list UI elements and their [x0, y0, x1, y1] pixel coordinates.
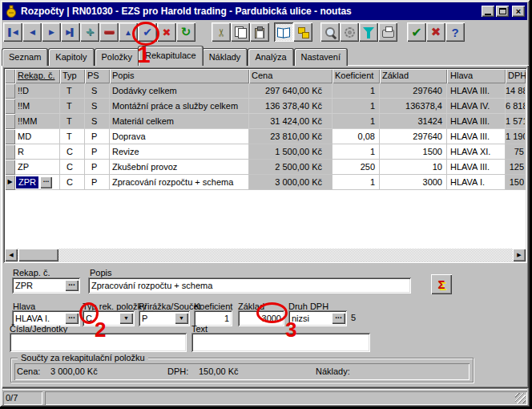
cell-popis[interactable]: Zpracování rozpočtu + schema: [110, 175, 249, 190]
cell-ps[interactable]: P: [85, 160, 110, 175]
tab-seznam[interactable]: Seznam: [2, 48, 48, 66]
search-button[interactable]: [320, 22, 340, 42]
cell-typ[interactable]: C: [60, 160, 85, 175]
filter-button[interactable]: [359, 22, 378, 42]
cell-dph[interactable]: 150: [506, 175, 526, 190]
prirazka-value[interactable]: P: [142, 311, 175, 326]
table-row[interactable]: R C P Revize 1 500,00 Kč 1 1500 HLAVA XI…: [5, 144, 526, 160]
tab-analyza[interactable]: Analýza: [248, 48, 293, 66]
cell-popis[interactable]: Zkušební provoz: [110, 160, 249, 175]
typ-dropdown-icon[interactable]: ▼: [119, 313, 133, 324]
cell-rekap[interactable]: ZP: [15, 160, 60, 175]
header-ps[interactable]: PS: [85, 69, 110, 83]
cell-hlava[interactable]: HLAVA III.: [447, 160, 506, 175]
cell-zaklad[interactable]: 3000: [380, 175, 447, 190]
prirazka-combobox[interactable]: P ▼: [139, 310, 190, 326]
rekap-value[interactable]: ZPR: [15, 278, 65, 293]
horizontal-scrollbar[interactable]: ◀ ▶: [5, 249, 526, 261]
scroll-right-button[interactable]: ▶: [513, 249, 526, 261]
refresh-button[interactable]: ↻: [176, 22, 195, 42]
row-selector[interactable]: [5, 144, 15, 160]
cell-dph[interactable]: 125: [506, 160, 526, 175]
table-row[interactable]: !!MM T S Materiál celkem 31 424,00 Kč 1 …: [5, 114, 526, 129]
table-row[interactable]: !!D T S Dodávky celkem 297 640,00 Kč 1 2…: [5, 83, 526, 99]
cell-rekap[interactable]: !!M: [15, 99, 60, 114]
cell-zaklad[interactable]: 297640: [380, 129, 447, 144]
cell-hlava[interactable]: HLAVA XI.: [447, 144, 506, 160]
last-record-button[interactable]: ▶▌: [61, 22, 80, 42]
cell-typ[interactable]: T: [60, 99, 85, 114]
cell-zaklad[interactable]: 297640: [380, 83, 447, 99]
tab-naklady[interactable]: Náklady: [202, 48, 248, 66]
cell-typ[interactable]: T: [60, 83, 85, 99]
copy-button[interactable]: [231, 22, 250, 42]
cell-ps[interactable]: P: [85, 129, 110, 144]
row-selector[interactable]: [5, 99, 15, 114]
cell-dph[interactable]: 14 882: [506, 83, 526, 99]
cell-cena[interactable]: 297 640,00 Kč: [249, 83, 332, 99]
cut-button[interactable]: ✂: [212, 22, 231, 42]
cell-rekap[interactable]: !!D: [15, 83, 60, 99]
browse-book-button[interactable]: [274, 22, 293, 42]
cell-koeficient[interactable]: 1: [332, 99, 380, 114]
cancel-edit-button[interactable]: ✖: [157, 22, 176, 42]
print-button[interactable]: [378, 22, 397, 42]
table-row[interactable]: !!M T S Montážní práce a služby celkem 1…: [5, 99, 526, 114]
prirazka-dropdown-icon[interactable]: ▼: [175, 313, 188, 324]
cell-ps[interactable]: S: [85, 114, 110, 129]
druh-dph-lookup-button[interactable]: ...: [332, 313, 345, 324]
cell-typ[interactable]: T: [60, 129, 85, 144]
druh-dph-field[interactable]: nizsi ...: [288, 310, 347, 326]
cell-cena[interactable]: 3 000,00 Kč: [249, 175, 332, 190]
cell-cena[interactable]: 136 378,40 Kč: [249, 99, 332, 114]
first-record-button[interactable]: ▌◀: [3, 22, 22, 42]
scroll-left-button[interactable]: ◀: [5, 249, 18, 261]
close-button[interactable]: ×: [512, 6, 525, 17]
sum-button[interactable]: Σ: [431, 274, 452, 294]
cell-koeficient[interactable]: 250: [332, 160, 380, 175]
row-selector[interactable]: [5, 160, 15, 175]
cell-hlava[interactable]: HLAVA III.: [447, 114, 506, 129]
cell-dph[interactable]: 1 571: [506, 114, 526, 129]
tab-kapitoly[interactable]: Kapitoly: [48, 48, 94, 66]
cell-hlava[interactable]: HLAVA III.: [447, 129, 506, 144]
cell-dph[interactable]: 1 190: [506, 129, 526, 144]
cell-ps[interactable]: P: [85, 144, 110, 160]
cell-cena[interactable]: 1 500,00 Kč: [249, 144, 332, 160]
title-bar[interactable]: Rozpočty | RN01030 - EZS pro Harold trad…: [2, 2, 527, 20]
cell-zaklad[interactable]: 136378,4: [380, 99, 447, 114]
selected-cell-value[interactable]: ZPR: [16, 176, 38, 188]
cell-cena[interactable]: 23 810,00 Kč: [249, 129, 332, 144]
next-record-button[interactable]: ▶: [42, 22, 61, 42]
cell-zaklad[interactable]: 31424: [380, 114, 447, 129]
prior-record-button[interactable]: ◀: [22, 22, 42, 42]
cell-rekap[interactable]: MD: [15, 129, 60, 144]
cell-ps[interactable]: S: [85, 83, 110, 99]
text-textarea[interactable]: [191, 333, 370, 352]
cell-koeficient[interactable]: 1: [332, 83, 380, 99]
row-selector[interactable]: [5, 114, 15, 129]
cell-hlava[interactable]: HLAVA III.: [447, 83, 506, 99]
cancel-button[interactable]: ✖: [426, 22, 445, 42]
row-selector[interactable]: [5, 129, 15, 144]
scrollbar-thumb[interactable]: [18, 249, 58, 261]
cell-hlava[interactable]: HLAVA IV.: [447, 99, 506, 114]
header-rekap[interactable]: Rekap. č.: [15, 69, 60, 83]
minimize-button[interactable]: [482, 6, 494, 17]
cell-koeficient[interactable]: 1: [332, 114, 380, 129]
cell-typ[interactable]: T: [60, 114, 85, 129]
table-row[interactable]: MD T P Doprava 23 810,00 Kč 0,08 297640 …: [5, 129, 526, 144]
insert-record-button[interactable]: +: [80, 22, 99, 42]
popis-field[interactable]: Zpracování rozpočtu + schema: [88, 277, 411, 294]
cell-dph[interactable]: 75: [506, 144, 526, 160]
druh-dph-value[interactable]: nizsi: [292, 311, 332, 326]
header-cena[interactable]: Cena: [249, 69, 332, 83]
cell-hlava[interactable]: HLAVA I.: [447, 175, 506, 190]
table-row[interactable]: ZP C P Zkušební provoz 2 500,00 Kč 250 1…: [5, 160, 526, 175]
header-popis[interactable]: Popis: [110, 69, 249, 83]
cell-rekap-selected[interactable]: ZPR ...: [15, 175, 60, 190]
maximize-button[interactable]: [496, 6, 509, 17]
current-row-indicator[interactable]: ▶: [5, 175, 15, 190]
cell-rekap[interactable]: R: [15, 144, 60, 160]
cell-rekap[interactable]: !!MM: [15, 114, 60, 129]
